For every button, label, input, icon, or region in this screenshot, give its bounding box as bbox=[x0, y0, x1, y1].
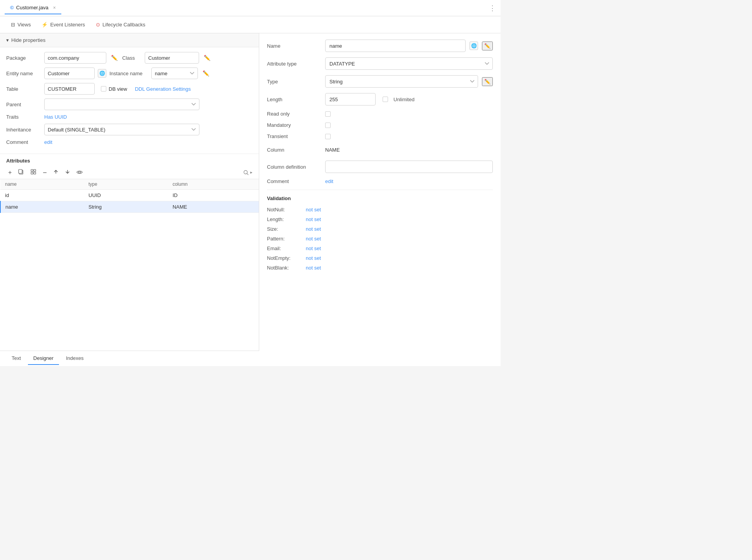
comment-edit-link[interactable]: edit bbox=[44, 139, 52, 145]
visibility-button[interactable] bbox=[75, 168, 85, 177]
detail-column-label: Column bbox=[267, 147, 321, 153]
template-button[interactable] bbox=[28, 168, 38, 177]
cell-type: String bbox=[84, 201, 168, 213]
tab-designer-label: Designer bbox=[33, 355, 54, 361]
ddl-settings-link[interactable]: DDL Generation Settings bbox=[135, 86, 191, 92]
not-null-label: NotNull: bbox=[267, 207, 306, 213]
detail-type-pencil-icon[interactable]: ✏️ bbox=[482, 77, 493, 86]
db-view-checkbox[interactable] bbox=[101, 86, 106, 92]
detail-length-label: Length bbox=[267, 97, 321, 102]
detail-name-row: Name 🌐 ✏️ bbox=[267, 40, 493, 52]
email-label: Email: bbox=[267, 245, 306, 251]
tab-customer-java[interactable]: © Customer.java × bbox=[5, 2, 61, 14]
class-input[interactable] bbox=[145, 52, 199, 64]
parent-row: Parent bbox=[6, 99, 253, 110]
right-panel: Name 🌐 ✏️ Attribute type DATATYPE Type S… bbox=[259, 33, 501, 366]
tab-close-icon[interactable]: × bbox=[53, 5, 56, 10]
detail-length-input[interactable] bbox=[325, 93, 376, 105]
detail-comment-row: Comment edit bbox=[267, 178, 493, 184]
detail-name-input[interactable] bbox=[325, 40, 466, 52]
parent-select[interactable] bbox=[44, 99, 199, 110]
has-uuid-link[interactable]: Has UUID bbox=[44, 114, 67, 120]
detail-mandatory-row: Mandatory bbox=[267, 122, 493, 128]
event-listeners-button[interactable]: ⚡ Event Listeners bbox=[37, 19, 90, 30]
table-row: Table DB view DDL Generation Settings bbox=[6, 83, 253, 95]
not-null-value[interactable]: not set bbox=[306, 207, 321, 213]
length-val-row: Length: not set bbox=[267, 216, 493, 222]
email-value[interactable]: not set bbox=[306, 245, 321, 251]
col-name-header: name bbox=[0, 179, 84, 190]
traits-row: Traits Has UUID bbox=[6, 114, 253, 120]
detail-globe-icon[interactable]: 🌐 bbox=[470, 41, 478, 50]
event-listeners-label: Event Listeners bbox=[50, 22, 85, 28]
detail-transient-label: Transient bbox=[267, 133, 321, 139]
unlimited-checkbox[interactable] bbox=[383, 97, 388, 102]
comment-label: Comment bbox=[6, 139, 41, 145]
copy-attribute-button[interactable] bbox=[16, 168, 26, 177]
views-icon: ⊟ bbox=[11, 22, 15, 28]
add-attribute-button[interactable]: + bbox=[6, 168, 14, 177]
detail-type-select[interactable]: String bbox=[325, 75, 478, 88]
remove-attribute-button[interactable]: − bbox=[41, 168, 49, 177]
views-button[interactable]: ⊟ Views bbox=[6, 19, 35, 30]
instance-edit-icon[interactable]: ✏️ bbox=[201, 69, 211, 77]
tab-bar: © Customer.java × ⋮ bbox=[0, 0, 501, 16]
not-blank-label: NotBlank: bbox=[267, 265, 306, 271]
not-empty-value[interactable]: not set bbox=[306, 255, 321, 261]
table-label: Table bbox=[6, 86, 41, 92]
detail-column-row: Column NAME bbox=[267, 145, 493, 155]
detail-pencil-icon[interactable]: ✏️ bbox=[482, 41, 493, 50]
lifecycle-callbacks-button[interactable]: ⊙ Lifecycle Callbacks bbox=[91, 19, 150, 30]
traits-label: Traits bbox=[6, 114, 41, 120]
package-edit-icon[interactable]: ✏️ bbox=[109, 54, 119, 62]
attributes-title: Attributes bbox=[0, 154, 259, 166]
table-row[interactable]: idUUIDID bbox=[0, 190, 259, 201]
cell-type: UUID bbox=[84, 190, 168, 201]
detail-col-def-input[interactable] bbox=[325, 161, 493, 173]
left-panel: ▾ Hide properties Package ✏️ Class ✏️ En… bbox=[0, 33, 259, 366]
mandatory-checkbox[interactable] bbox=[325, 123, 331, 128]
inheritance-select[interactable]: Default (SINGLE_TABLE) bbox=[44, 124, 199, 135]
unlimited-label: Unlimited bbox=[393, 97, 414, 102]
pattern-value[interactable]: not set bbox=[306, 236, 321, 242]
tab-text-label: Text bbox=[12, 355, 21, 361]
tab-designer[interactable]: Designer bbox=[28, 352, 59, 365]
table-header-row: name type column bbox=[0, 179, 259, 190]
attributes-table: name type column idUUIDIDnameStringNAME bbox=[0, 179, 259, 213]
attributes-toolbar: + − bbox=[0, 166, 259, 179]
detail-comment-edit-link[interactable]: edit bbox=[325, 178, 333, 184]
package-input[interactable] bbox=[44, 52, 106, 64]
cell-name: name bbox=[0, 201, 84, 213]
table-row[interactable]: nameStringNAME bbox=[0, 201, 259, 213]
svg-point-7 bbox=[244, 170, 248, 174]
svg-rect-5 bbox=[34, 172, 36, 174]
java-icon: © bbox=[10, 5, 14, 10]
length-val-value[interactable]: not set bbox=[306, 216, 321, 222]
more-options-icon[interactable]: ⋮ bbox=[489, 4, 496, 12]
tab-indexes[interactable]: Indexes bbox=[61, 352, 89, 365]
move-down-button[interactable] bbox=[63, 168, 72, 177]
instance-name-select[interactable]: name bbox=[151, 67, 198, 79]
tab-label: Customer.java bbox=[16, 5, 49, 10]
detail-read-only-row: Read only bbox=[267, 111, 493, 117]
size-value[interactable]: not set bbox=[306, 226, 321, 232]
transient-checkbox[interactable] bbox=[325, 134, 331, 139]
cell-name: id bbox=[0, 190, 84, 201]
detail-attr-type-select[interactable]: DATATYPE bbox=[325, 57, 493, 70]
detail-type-label: Type bbox=[267, 79, 321, 85]
tab-text[interactable]: Text bbox=[6, 352, 26, 365]
entity-name-label: Entity name bbox=[6, 71, 41, 76]
views-label: Views bbox=[17, 22, 31, 28]
class-edit-icon[interactable]: ✏️ bbox=[202, 54, 212, 62]
entity-instance-row: Entity name 🌐 Instance name name ✏️ bbox=[6, 67, 253, 79]
table-input[interactable] bbox=[44, 83, 95, 95]
search-arrow: ▸ bbox=[250, 170, 253, 175]
hide-properties-toggle[interactable]: ▾ Hide properties bbox=[0, 33, 259, 47]
read-only-checkbox[interactable] bbox=[325, 111, 331, 117]
cell-column: ID bbox=[168, 190, 259, 201]
toolbar: ⊟ Views ⚡ Event Listeners ⊙ Lifecycle Ca… bbox=[0, 16, 501, 33]
entity-name-input[interactable] bbox=[44, 67, 95, 79]
not-blank-value[interactable]: not set bbox=[306, 265, 321, 271]
move-up-button[interactable] bbox=[51, 168, 61, 177]
entity-globe-icon[interactable]: 🌐 bbox=[98, 69, 106, 78]
